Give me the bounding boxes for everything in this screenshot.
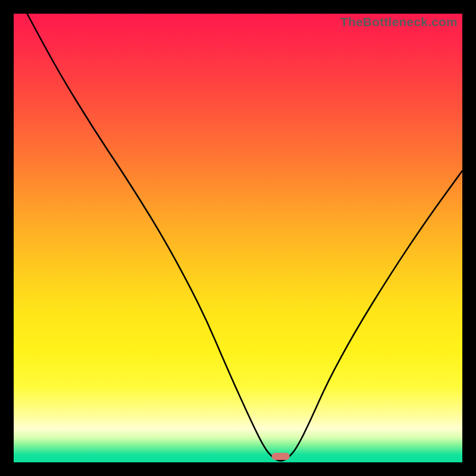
optimum-marker <box>272 453 290 460</box>
chart-frame: TheBottleneck.com <box>0 0 476 476</box>
bottleneck-curve <box>14 14 462 462</box>
plot-area: TheBottleneck.com <box>14 14 462 462</box>
curve-path <box>27 14 462 461</box>
